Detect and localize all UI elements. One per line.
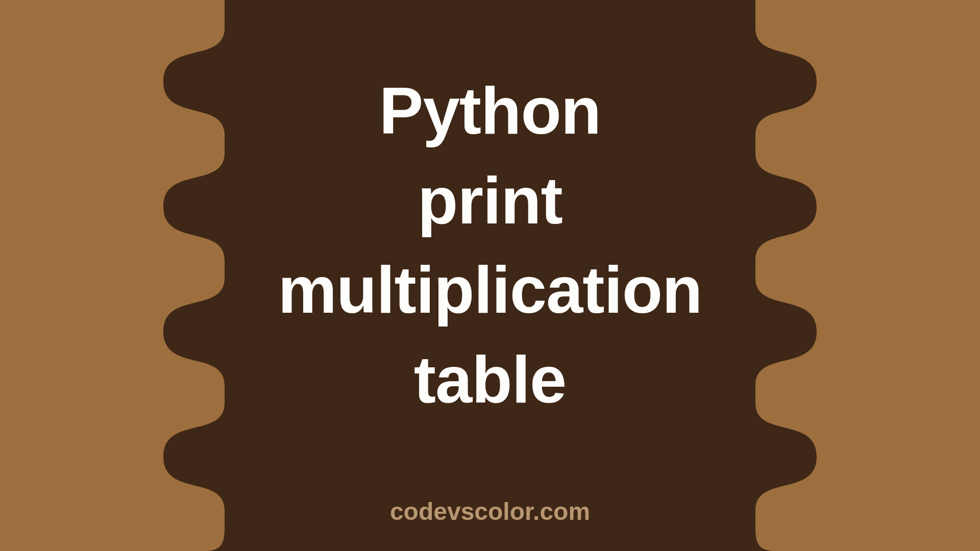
title-line-3: multiplication [0, 245, 980, 335]
watermark-text: codevscolor.com [0, 497, 980, 525]
banner-canvas: Python print multiplication table codevs… [0, 0, 980, 551]
title-line-2: print [0, 156, 980, 246]
banner-title: Python print multiplication table [0, 66, 980, 424]
title-line-1: Python [0, 66, 980, 156]
title-line-4: table [0, 335, 980, 425]
